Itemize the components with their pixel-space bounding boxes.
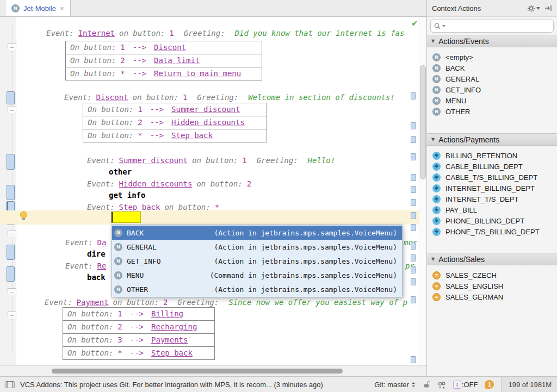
row-target-ref[interactable]: Billing [151,308,183,320]
row-button[interactable]: 3 [117,334,122,346]
action-item[interactable]: <empty> [427,52,557,63]
button-number[interactable]: 1 [169,29,174,38]
action-item[interactable]: OTHER [427,106,557,117]
handler-row[interactable]: On button: 3 --> Payments [63,334,214,347]
action-item[interactable]: PHONE_BILLING_DEPT [427,215,557,226]
handler-row[interactable]: On button: * --> Step back [83,129,267,142]
event-name[interactable]: Payment [77,298,109,307]
notification-badge[interactable]: 1 [485,380,494,389]
mps-editor[interactable]: – – – – – ✔ Event: Internet on button: 1… [0,17,426,365]
row-target-ref[interactable]: Step back [171,129,213,142]
row-target-ref[interactable]: Payments [151,334,188,346]
horizontal-scrollbar-thumb[interactable] [52,369,343,374]
event-log-icon[interactable] [5,381,15,389]
vertical-scrollbar-thumb[interactable] [420,65,426,179]
search-input[interactable] [447,22,550,30]
action-item[interactable]: PHONE_T/S_BILLING_DEPT [427,226,557,237]
git-branch-widget[interactable]: Git: master [374,381,416,389]
empty-cell-caret[interactable] [112,211,141,223]
completion-item[interactable]: OTHER (Action in jetbrains.mps.samples.V… [112,282,402,296]
event-line-hidden-discounts[interactable]: Event: Hidden discounts on button: 2 [87,179,251,189]
action-line[interactable]: get info [109,191,145,200]
row-button[interactable]: 2 [138,116,142,129]
event-line-payment[interactable]: Event: Payment on button: 2 Greeting: Si… [45,298,407,307]
row-target-ref[interactable]: Step back [151,347,193,359]
row-target-ref[interactable]: Hidden discounts [171,116,245,129]
action-item[interactable]: SALES_GERMAN [427,291,557,302]
row-target-ref[interactable]: Data limit [154,54,200,67]
handler-row[interactable]: On button: 2 --> Hidden discounts [83,116,267,129]
handler-row[interactable]: On button: 2 --> Data limit [66,54,262,67]
action-word[interactable]: get info [109,191,145,200]
section-header-payments[interactable]: ▼ Actions/Payments [427,133,557,146]
horizontal-scrollbar[interactable] [0,365,426,376]
completion-item[interactable]: MENU (Command in jetbrains.mps.samples.V… [112,268,402,282]
action-item[interactable]: SALES_CZECH [427,270,557,281]
event-line-discont[interactable]: Event: Discont on button: 1 Greeting: We… [64,93,395,102]
section-header-events[interactable]: ▼ Actions/Events [427,35,557,47]
action-item[interactable]: GET_INFO [427,84,557,95]
row-button[interactable]: * [120,67,125,80]
handler-row[interactable]: On button: 2 --> Recharging [63,321,214,334]
handler-row[interactable]: On button: 1 --> Summer discount [83,103,267,116]
handler-row[interactable]: On button: * --> Return to main menu [66,67,262,80]
row-button[interactable]: 1 [138,103,142,116]
action-item[interactable]: CABLE_T/S_BILLING_DEPT [427,172,557,183]
hector-inspector-icon[interactable] [437,381,446,389]
greeting-text[interactable]: Welcome in section of discounts! [248,93,395,102]
row-button[interactable]: 2 [117,321,122,333]
event-name[interactable]: Internet [78,29,115,38]
event-line-summer-discount[interactable]: Event: Summer discount on button: 1 Gree… [87,156,335,165]
button-number[interactable]: 1 [242,156,246,165]
handler-row[interactable]: On button: * --> Step back [63,347,214,359]
row-target-ref[interactable]: Recharging [151,321,197,333]
unlock-icon[interactable] [423,381,430,388]
action-item[interactable]: INTERNET_BILLING_DEPT [427,183,557,194]
action-item[interactable]: SALES_ENGLISH [427,281,557,291]
action-item[interactable]: GENERAL [427,73,557,84]
row-target-ref[interactable]: Discont [154,41,186,54]
row-button[interactable]: * [117,347,122,359]
action-word[interactable]: other [109,167,132,177]
greeting-text[interactable]: Since now we offer you easiest way of p [228,298,407,307]
row-target-ref[interactable]: Summer discount [171,103,240,116]
greeting-text[interactable]: Hello! [308,156,336,165]
row-button[interactable]: * [138,129,142,142]
event-name[interactable]: Discont [96,93,128,102]
greeting-text[interactable]: Did you know that our internet is fas [235,29,405,38]
vertical-scrollbar[interactable] [419,17,426,365]
row-button[interactable]: 2 [120,54,125,67]
action-item[interactable]: PAY_BILL [427,204,557,215]
handler-row[interactable]: On button: 1 --> Billing [63,308,214,321]
intention-bulb-icon[interactable] [20,211,28,221]
action-item[interactable]: BILLING_RETENTION [427,150,557,161]
row-button[interactable]: 1 [120,41,125,54]
completion-item[interactable]: GET_INFO (Action in jetbrains.mps.sample… [112,254,402,268]
section-header-sales[interactable]: ▼ Actions/Sales [427,253,557,265]
completion-item[interactable]: GENERAL (Action in jetbrains.mps.samples… [112,240,402,254]
action-line[interactable]: other [109,167,132,177]
event-name[interactable]: Summer discount [119,156,188,165]
action-item[interactable]: MENU [427,95,557,106]
search-box[interactable] [430,20,554,33]
action-item[interactable]: INTERNET_T/S_DEPT [427,194,557,204]
status-message[interactable]: VCS Addons: This project uses Git. For b… [20,381,323,389]
tab-jet-mobile[interactable]: Jet-Mobile × [5,0,71,16]
event-name[interactable]: Hidden discounts [119,179,193,189]
completion-item[interactable]: BACK (Action in jetbrains.mps.samples.Vo… [112,226,402,240]
typing-assist-widget[interactable]: T :OFF [453,381,478,389]
gear-icon[interactable] [527,4,540,13]
memory-indicator[interactable]: 199 of 1981M [501,377,557,392]
handler-row[interactable]: On button: 1 --> Discont [66,41,262,54]
event-line-internet[interactable]: Event: Internet on button: 1 Greeting: D… [46,29,404,38]
action-item[interactable]: BACK [427,63,557,73]
row-target-ref[interactable]: Return to main menu [154,67,241,80]
button-number[interactable]: 2 [163,298,168,307]
button-number[interactable]: 1 [183,93,187,102]
sales-equals-icon [432,293,441,301]
tab-close-icon[interactable]: × [60,5,64,12]
hide-panel-icon[interactable] [544,4,552,12]
action-item[interactable]: CABLE_BILLING_DEPT [427,161,557,172]
row-button[interactable]: 1 [117,308,122,320]
button-number[interactable]: 2 [247,179,251,189]
